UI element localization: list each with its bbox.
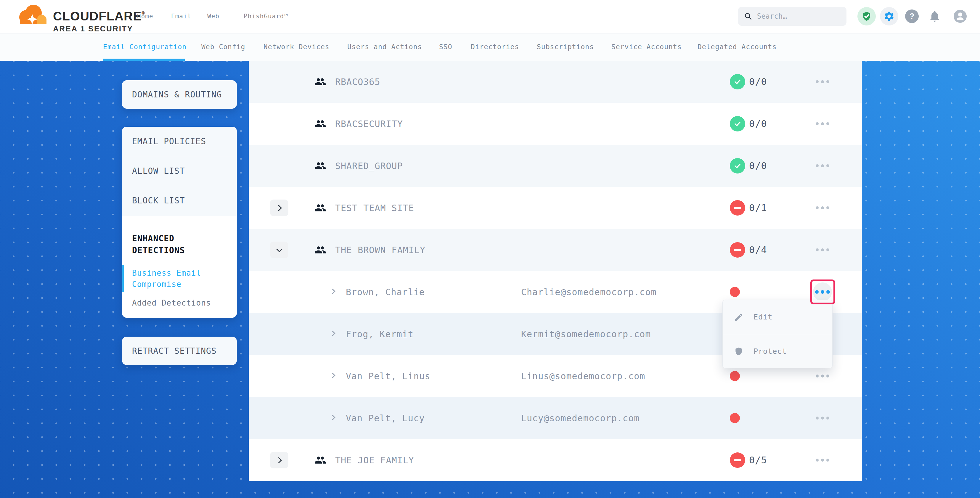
nav-email[interactable]: Email bbox=[171, 13, 191, 20]
group-name: THE BROWN FAMILY bbox=[335, 245, 425, 255]
group-name: RBACO365 bbox=[335, 77, 380, 87]
group-name: RBACSECURITY bbox=[335, 119, 403, 129]
table-row[interactable]: SHARED_GROUP 0/0 bbox=[249, 145, 862, 187]
sidebar-item-label: DOMAINS & ROUTING bbox=[122, 90, 222, 99]
top-bar: CLOUDFLARE® AREA 1 SECURITY Home Email W… bbox=[0, 0, 980, 33]
tab-network-devices[interactable]: Network Devices bbox=[264, 43, 329, 51]
help-icon: ? bbox=[910, 12, 915, 21]
sidebar-item-block-list[interactable]: BLOCK LIST bbox=[122, 186, 237, 216]
status-check-badge bbox=[730, 158, 745, 173]
row-actions-button-active[interactable] bbox=[813, 282, 832, 301]
cloudflare-cloud-icon bbox=[16, 3, 49, 29]
settings-button[interactable] bbox=[880, 7, 898, 25]
group-icon bbox=[314, 76, 326, 88]
pencil-icon bbox=[734, 312, 743, 322]
notifications-button[interactable] bbox=[928, 10, 941, 23]
protection-status-button[interactable] bbox=[858, 7, 876, 25]
tab-subscriptions[interactable]: Subscriptions bbox=[537, 43, 594, 51]
group-icon bbox=[314, 160, 326, 172]
table-row-member[interactable]: Van Pelt, Lucy Lucy@somedemocorp.com bbox=[249, 397, 862, 439]
tab-users-and-actions[interactable]: Users and Actions bbox=[347, 43, 422, 51]
member-count: 0/0 bbox=[749, 76, 767, 88]
nav-phishguard[interactable]: PhishGuard™ bbox=[243, 13, 288, 20]
member-count: 0/1 bbox=[749, 202, 767, 213]
section-tabs: Email Configuration Web Config Network D… bbox=[0, 33, 980, 61]
row-actions-button[interactable] bbox=[813, 240, 832, 259]
menu-item-label: Edit bbox=[754, 313, 772, 321]
account-button[interactable] bbox=[953, 9, 967, 23]
row-actions-button[interactable] bbox=[813, 156, 832, 175]
brand-subtitle: AREA 1 SECURITY bbox=[53, 24, 145, 33]
chevron-down-icon bbox=[276, 246, 282, 252]
status-alert-dot bbox=[730, 371, 740, 381]
tab-service-accounts[interactable]: Service Accounts bbox=[611, 43, 682, 51]
search-input[interactable] bbox=[757, 12, 840, 21]
sidebar-item-email-policies[interactable]: EMAIL POLICIES bbox=[122, 127, 237, 156]
table-row[interactable]: RBACO365 0/0 bbox=[249, 61, 862, 103]
group-icon bbox=[314, 244, 326, 256]
sidebar-item-retract-settings[interactable]: RETRACT SETTINGS bbox=[122, 337, 237, 365]
row-actions-button[interactable] bbox=[813, 72, 832, 91]
sidebar-item-label: RETRACT SETTINGS bbox=[122, 346, 217, 356]
tab-delegated-accounts[interactable]: Delegated Accounts bbox=[698, 43, 776, 51]
sidebar-item-allow-list[interactable]: ALLOW LIST bbox=[122, 156, 237, 186]
group-icon bbox=[314, 202, 326, 214]
group-name: TEST TEAM SITE bbox=[335, 203, 414, 213]
status-alert-dot bbox=[730, 413, 740, 423]
group-name: SHARED_GROUP bbox=[335, 161, 403, 171]
groups-table: RBACO365 0/0 RBACSECURITY 0/0 SHARED_GRO… bbox=[249, 61, 862, 481]
status-check-badge bbox=[730, 116, 745, 132]
status-alert-dot bbox=[730, 287, 740, 297]
row-actions-button[interactable] bbox=[813, 366, 832, 385]
table-row[interactable]: THE JOE FAMILY 0/5 bbox=[249, 439, 862, 481]
collapse-button[interactable] bbox=[270, 242, 288, 258]
menu-item-edit[interactable]: Edit bbox=[723, 300, 832, 334]
expand-button[interactable] bbox=[270, 200, 288, 216]
nav-web[interactable]: Web bbox=[207, 13, 220, 20]
shield-check-icon bbox=[861, 11, 872, 22]
sidebar-policies-card: EMAIL POLICIES ALLOW LIST BLOCK LIST ENH… bbox=[122, 127, 237, 318]
row-actions-button[interactable] bbox=[813, 198, 832, 217]
row-actions-button[interactable] bbox=[813, 450, 832, 469]
sidebar-item-business-email-compromise[interactable]: Business Email Compromise bbox=[132, 267, 227, 290]
sidebar-item-enhanced-detections[interactable]: ENHANCED DETECTIONS bbox=[132, 233, 216, 256]
tab-sso[interactable]: SSO bbox=[439, 43, 452, 51]
active-tab-underline bbox=[103, 59, 185, 61]
member-chevron-icon bbox=[330, 373, 335, 378]
bell-icon bbox=[928, 10, 941, 23]
member-name: Van Pelt, Lucy bbox=[346, 413, 425, 423]
nav-home[interactable]: Home bbox=[137, 13, 153, 20]
sidebar-item-added-detections[interactable]: Added Detections bbox=[132, 297, 215, 309]
row-actions-button[interactable] bbox=[813, 114, 832, 133]
chevron-right-icon bbox=[275, 457, 282, 463]
group-icon bbox=[314, 454, 326, 466]
tab-directories[interactable]: Directories bbox=[471, 43, 519, 51]
status-minus-badge bbox=[730, 452, 745, 468]
member-count: 0/0 bbox=[749, 118, 767, 129]
menu-item-protect[interactable]: Protect bbox=[723, 334, 832, 368]
chevron-right-icon bbox=[275, 205, 282, 211]
member-email: Lucy@somedemocorp.com bbox=[521, 413, 640, 423]
table-row[interactable]: TEST TEAM SITE 0/1 bbox=[249, 187, 862, 229]
row-context-menu: Edit Protect bbox=[722, 300, 832, 368]
table-row[interactable]: THE BROWN FAMILY 0/4 bbox=[249, 229, 862, 271]
search-box[interactable] bbox=[738, 7, 846, 26]
help-button[interactable]: ? bbox=[905, 10, 919, 23]
tab-email-configuration[interactable]: Email Configuration bbox=[103, 43, 186, 51]
row-actions-button[interactable] bbox=[813, 409, 832, 428]
status-minus-badge bbox=[730, 242, 745, 258]
cloudflare-logo[interactable]: CLOUDFLARE® AREA 1 SECURITY bbox=[16, 3, 145, 33]
member-chevron-icon bbox=[330, 331, 335, 336]
sidebar-item-domains-routing[interactable]: DOMAINS & ROUTING bbox=[122, 80, 237, 109]
group-name: THE JOE FAMILY bbox=[335, 455, 414, 465]
member-chevron-icon bbox=[330, 289, 335, 294]
expand-button[interactable] bbox=[270, 452, 288, 468]
active-item-indicator bbox=[122, 265, 124, 292]
member-name: Van Pelt, Linus bbox=[346, 371, 431, 381]
table-row[interactable]: RBACSECURITY 0/0 bbox=[249, 103, 862, 145]
member-email: Charlie@somedemocorp.com bbox=[521, 287, 656, 297]
member-count: 0/5 bbox=[749, 455, 767, 466]
member-email: Kermit@somedemocorp.com bbox=[521, 329, 651, 339]
menu-item-label: Protect bbox=[754, 347, 787, 356]
tab-web-config[interactable]: Web Config bbox=[201, 43, 245, 51]
